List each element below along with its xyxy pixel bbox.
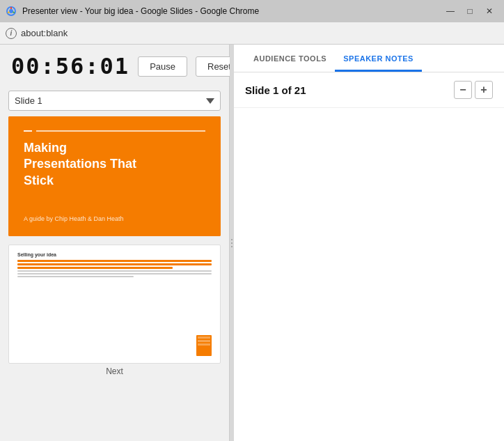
tabs: AUDIENCE TOOLS SPEAKER NOTES (234, 45, 504, 72)
next-slide-thumbnail: Selling your idea (8, 245, 221, 364)
slide-selector[interactable]: Slide 1 Slide 2 Slide 3 (8, 91, 221, 111)
timer-display: 00:56:01 (11, 53, 129, 79)
window-title: Presenter view - Your big idea - Google … (22, 6, 259, 16)
title-bar: Presenter view - Your big idea - Google … (0, 0, 504, 22)
book-icon (196, 335, 212, 356)
title-bar-left: Presenter view - Your big idea - Google … (6, 6, 259, 17)
current-slide-preview: Making Presentations That Stick A guide … (8, 116, 221, 236)
text-line-3 (17, 267, 173, 269)
divider-handle (231, 239, 233, 247)
next-slide-text (17, 260, 212, 357)
zoom-controls: − + (454, 81, 493, 99)
slide-info-text: Slide 1 of 21 (245, 84, 306, 96)
address-bar: i about:blank (0, 22, 504, 45)
text-line-4 (17, 270, 212, 272)
book-stripe-2 (198, 340, 210, 342)
slide-background: Making Presentations That Stick A guide … (8, 116, 221, 236)
left-panel: 00:56:01 Pause Reset Slide 1 Slide 2 Sli… (0, 45, 230, 441)
minimize-button[interactable]: — (441, 3, 459, 19)
maximize-button[interactable]: □ (461, 3, 479, 19)
window-controls: — □ ✕ (441, 3, 498, 19)
text-line-1 (17, 260, 212, 262)
slide-top-bar (24, 130, 205, 132)
divider-dot-1 (231, 239, 233, 240)
slide-subtitle: A guide by Chip Heath & Dan Heath (24, 215, 205, 222)
speaker-notes-area (234, 108, 504, 441)
book-stripe-3 (198, 343, 210, 346)
tab-speaker-notes[interactable]: SPEAKER NOTES (335, 45, 422, 72)
url-text: about:blank (21, 28, 68, 38)
text-line-6 (17, 276, 134, 277)
chrome-icon (6, 6, 17, 17)
slide-main-title: Making Presentations That Stick (24, 140, 205, 189)
timer-area: 00:56:01 Pause Reset (0, 45, 229, 88)
divider-dot-2 (231, 242, 233, 244)
text-line-2 (17, 263, 212, 265)
info-icon: i (6, 28, 17, 39)
pause-button[interactable]: Pause (138, 56, 187, 77)
close-button[interactable]: ✕ (480, 3, 498, 19)
slide-line (36, 130, 205, 132)
right-panel: AUDIENCE TOOLS SPEAKER NOTES Slide 1 of … (234, 45, 504, 441)
svg-point-1 (9, 9, 13, 13)
main-content: 00:56:01 Pause Reset Slide 1 Slide 2 Sli… (0, 45, 504, 441)
svg-line-3 (13, 12, 15, 13)
next-slide-title: Selling your idea (17, 252, 212, 257)
divider-dot-3 (231, 246, 233, 247)
slide-info-bar: Slide 1 of 21 − + (234, 72, 504, 108)
zoom-in-button[interactable]: + (475, 81, 493, 99)
slide-selector-area: Slide 1 Slide 2 Slide 3 (0, 88, 229, 116)
slide-dash (24, 130, 32, 132)
zoom-out-button[interactable]: − (454, 81, 472, 99)
next-slide-area: Selling your idea Next (0, 242, 229, 385)
next-label: Next (106, 366, 123, 376)
svg-line-4 (8, 12, 10, 13)
tab-audience-tools[interactable]: AUDIENCE TOOLS (245, 45, 335, 72)
book-stripe-1 (198, 336, 210, 339)
text-line-5 (17, 273, 212, 274)
